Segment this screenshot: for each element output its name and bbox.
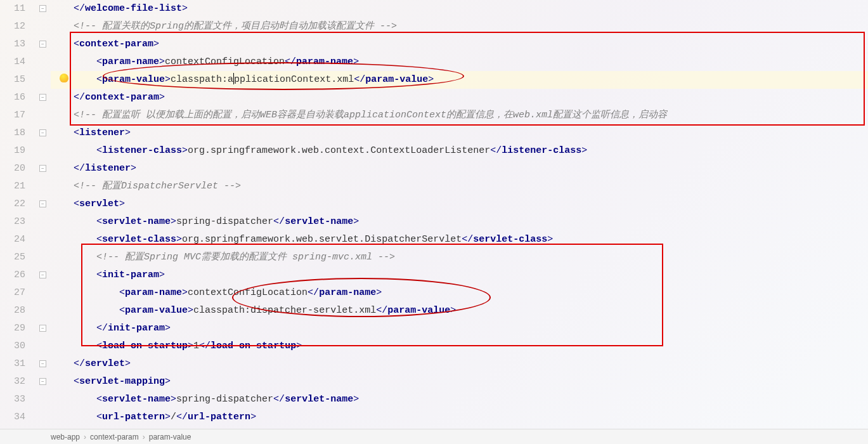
- token-tag: servlet-name: [285, 394, 353, 405]
- line-number: 27: [0, 284, 25, 302]
- code-line[interactable]: <param-name>contextConfigLocation</param…: [51, 53, 868, 71]
- token-tag: url-pattern: [188, 412, 250, 422]
- code-line[interactable]: </servlet>: [51, 355, 868, 373]
- token-tag: servlet-name: [102, 216, 171, 227]
- token-br: >: [182, 145, 188, 156]
- token-txt: pplicationContext.xml: [234, 74, 354, 85]
- token-cmt: <!-- 配置关联的Spring的配置文件，项目启动时自动加载该配置文件 -->: [74, 21, 397, 32]
- breadcrumb[interactable]: web-app › context-param › param-value: [0, 429, 868, 444]
- code-line[interactable]: <!-- 配置关联的Spring的配置文件，项目启动时自动加载该配置文件 -->: [51, 18, 868, 36]
- token-br: >: [131, 163, 136, 174]
- fold-toggle-icon[interactable]: −: [39, 360, 46, 367]
- fold-toggle-icon[interactable]: −: [39, 165, 46, 172]
- line-number: 16: [0, 89, 25, 107]
- token-tag: param-value: [365, 74, 428, 85]
- token-br: >: [296, 341, 302, 351]
- code-line[interactable]: <url-pattern>/</url-pattern>: [51, 408, 868, 426]
- code-line[interactable]: </listener>: [51, 160, 868, 178]
- fold-toggle-icon[interactable]: −: [39, 325, 46, 332]
- code-editor[interactable]: 1112131415161718192021222324252627282930…: [0, 0, 868, 444]
- code-line[interactable]: <context-param>: [51, 36, 868, 53]
- token-br: </: [285, 56, 296, 67]
- token-br: >: [581, 145, 587, 156]
- code-line[interactable]: <param-value>classpath:dispatcher-servle…: [51, 302, 868, 320]
- token-tag: servlet: [85, 358, 125, 369]
- line-number: 26: [0, 266, 25, 284]
- token-br: >: [188, 341, 193, 351]
- token-cmt: <!-- 配置Spring MVC需要加载的配置文件 spring-mvc.xm…: [96, 252, 395, 263]
- token-br: >: [159, 56, 165, 67]
- fold-toggle-icon[interactable]: −: [39, 94, 46, 101]
- line-number: 29: [0, 320, 25, 337]
- fold-toggle-icon[interactable]: −: [39, 378, 46, 385]
- token-br: <: [96, 270, 102, 280]
- token-tag: servlet-mapping: [79, 376, 165, 387]
- line-number: 33: [0, 391, 25, 408]
- token-br: </: [199, 341, 211, 351]
- code-line[interactable]: <!-- 配置Spring MVC需要加载的配置文件 spring-mvc.xm…: [51, 249, 868, 266]
- fold-toggle-icon[interactable]: −: [39, 129, 46, 136]
- token-br: <: [96, 145, 102, 156]
- line-number: 20: [0, 160, 25, 178]
- code-line[interactable]: </context-param>: [51, 89, 868, 107]
- line-number: 34: [0, 408, 25, 426]
- fold-toggle-icon[interactable]: −: [39, 200, 46, 207]
- token-br: </: [273, 216, 285, 227]
- code-line[interactable]: </welcome-file-list>: [51, 0, 868, 18]
- code-line[interactable]: <listener>: [51, 124, 868, 142]
- token-txt: classpath:a: [171, 74, 233, 85]
- fold-toggle-icon[interactable]: −: [39, 271, 46, 278]
- code-line[interactable]: <listener-class>org.springframework.web.…: [51, 142, 868, 160]
- token-br: <: [74, 199, 79, 209]
- code-line[interactable]: <param-name>contextConfigLocation</param…: [51, 284, 868, 302]
- token-tag: listener: [79, 127, 125, 138]
- code-line[interactable]: <!-- 配置监听 以便加载上面的配置，启动WEB容器是自动装载applicat…: [51, 107, 868, 124]
- code-line[interactable]: <servlet-mapping>: [51, 373, 868, 391]
- token-tag: welcome-file-list: [85, 3, 182, 14]
- code-line[interactable]: <servlet>: [51, 195, 868, 213]
- code-line[interactable]: </init-param>: [51, 320, 868, 337]
- lightbulb-icon[interactable]: [60, 74, 68, 82]
- breadcrumb-item[interactable]: param-value: [149, 433, 191, 441]
- token-cmt: <!-- 配置DispatcherServlet -->: [74, 181, 241, 192]
- code-line[interactable]: <servlet-name>spring-dispatcher</servlet…: [51, 391, 868, 408]
- fold-toggle-icon[interactable]: −: [39, 41, 46, 48]
- token-br: >: [428, 74, 434, 85]
- token-br: >: [171, 216, 176, 227]
- line-number: 28: [0, 302, 25, 320]
- token-br: <: [96, 234, 102, 245]
- token-tag: init-param: [108, 323, 165, 334]
- token-br: >: [353, 394, 359, 405]
- breadcrumb-item[interactable]: web-app: [51, 433, 80, 441]
- line-number: 11: [0, 0, 25, 18]
- token-tag: url-pattern: [102, 412, 165, 422]
- token-br: </: [273, 394, 285, 405]
- token-br: >: [182, 3, 188, 14]
- token-br: <: [96, 412, 102, 422]
- token-tag: param-name: [319, 287, 376, 298]
- token-br: </: [490, 145, 502, 156]
- code-line[interactable]: <servlet-class>org.springframework.web.s…: [51, 231, 868, 249]
- chevron-right-icon: ›: [84, 433, 86, 441]
- fold-toggle-icon[interactable]: −: [39, 5, 46, 12]
- code-line[interactable]: <init-param>: [51, 266, 868, 284]
- breadcrumb-item[interactable]: context-param: [90, 433, 139, 441]
- token-br: >: [182, 287, 188, 298]
- token-txt: /: [171, 412, 176, 422]
- token-br: <: [96, 74, 102, 85]
- token-tag: param-name: [125, 287, 182, 298]
- token-br: <: [119, 287, 125, 298]
- token-txt: contextConfigLocation: [188, 287, 308, 298]
- code-line[interactable]: <servlet-name>spring-dispatcher</servlet…: [51, 213, 868, 231]
- code-line[interactable]: <param-value>classpath:applicationContex…: [51, 71, 868, 89]
- code-line[interactable]: <!-- 配置DispatcherServlet -->: [51, 178, 868, 195]
- code-line[interactable]: <load-on-startup>1</load-on-startup>: [51, 337, 868, 355]
- token-br: </: [376, 305, 387, 316]
- code-area[interactable]: </welcome-file-list> <!-- 配置关联的Spring的配置…: [51, 0, 868, 444]
- line-number: 14: [0, 53, 25, 71]
- token-tag: listener-class: [102, 145, 182, 156]
- line-number: 15: [0, 71, 25, 89]
- token-br: </: [74, 163, 85, 174]
- fold-column[interactable]: −−−−−−−−−−: [38, 0, 51, 444]
- token-tag: load-on-startup: [211, 341, 296, 351]
